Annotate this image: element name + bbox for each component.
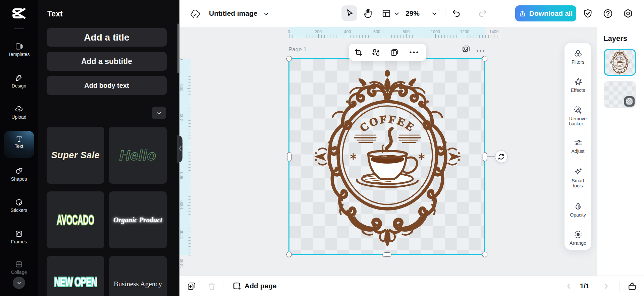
svg-text:NEW OPEN: NEW OPEN (54, 275, 97, 289)
svg-text:AVOCADO: AVOCADO (57, 212, 94, 228)
